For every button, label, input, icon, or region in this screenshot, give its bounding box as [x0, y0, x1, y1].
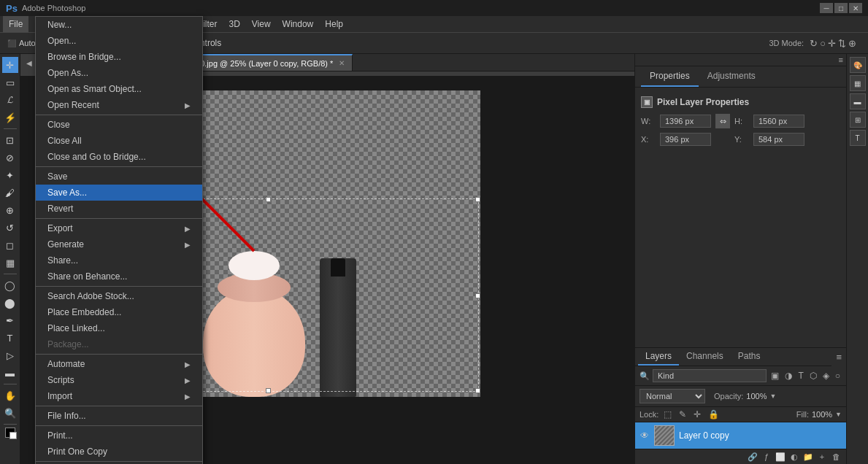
minimize-button[interactable]: ─ [820, 3, 833, 13]
add-style-icon[interactable]: ƒ [761, 451, 772, 463]
clone-tool[interactable]: ⊕ [2, 202, 18, 218]
menu-3d[interactable]: 3D [223, 16, 245, 32]
menu-open-smart[interactable]: Open as Smart Object... [36, 81, 202, 97]
menu-new[interactable]: New... [36, 17, 202, 33]
fill-value[interactable]: 100% [812, 410, 832, 419]
menu-search-stock[interactable]: Search Adobe Stock... [36, 288, 202, 304]
foreground-color[interactable] [5, 428, 15, 438]
menu-save-as[interactable]: Save As... [36, 185, 202, 201]
eyedropper-tool[interactable]: ⊘ [2, 150, 18, 166]
menu-scripts[interactable]: Scripts▶ [36, 372, 202, 388]
color-picker-btn[interactable]: 🎨 [850, 57, 866, 73]
blend-mode-select[interactable]: Normal [640, 389, 705, 403]
menu-share-behance[interactable]: Share on Behance... [36, 268, 202, 285]
opacity-value[interactable]: 100% [746, 392, 767, 401]
filter-type-icon[interactable]: T [796, 369, 804, 382]
menu-open-as[interactable]: Open As... [36, 65, 202, 81]
x-value[interactable]: 396 px [660, 133, 711, 146]
menu-close-all[interactable]: Close All [36, 133, 202, 149]
link-wh-icon[interactable]: ⇔ [715, 114, 730, 128]
new-layer-icon[interactable]: + [816, 451, 828, 463]
crop-tool[interactable]: ⊡ [2, 132, 18, 148]
layers-menu-icon[interactable]: ≡ [831, 352, 846, 363]
zoom3d-icon[interactable]: ⊕ [848, 38, 856, 49]
history-brush-tool[interactable]: ↺ [2, 220, 18, 236]
dodge-tool[interactable]: ⬤ [2, 295, 18, 311]
w-value[interactable]: 1396 px [660, 115, 711, 128]
fill-chevron[interactable]: ▼ [835, 411, 842, 418]
menu-print[interactable]: Print... [36, 428, 202, 444]
h-value[interactable]: 1560 px [753, 115, 804, 128]
opacity-chevron[interactable]: ▼ [770, 393, 777, 400]
orbit-icon[interactable]: ○ [820, 38, 826, 49]
gradient-panel-btn[interactable]: ▬ [850, 93, 866, 109]
lock-transparent-icon[interactable]: ⬚ [661, 409, 674, 420]
maximize-button[interactable]: □ [834, 3, 848, 13]
menu-import[interactable]: Import▶ [36, 388, 202, 404]
move-tool[interactable]: ✛ [2, 57, 18, 73]
swatches-btn[interactable]: ▦ [850, 75, 866, 91]
shape-tool[interactable]: ▬ [2, 365, 18, 381]
lock-image-icon[interactable]: ✎ [677, 409, 688, 420]
healing-tool[interactable]: ✦ [2, 167, 18, 183]
filter-toggle[interactable]: ○ [834, 369, 842, 382]
menu-automate[interactable]: Automate▶ [36, 356, 202, 372]
type-tool[interactable]: T [2, 330, 18, 346]
tab-properties[interactable]: Properties [641, 66, 699, 87]
tab-2-close[interactable]: ✕ [339, 59, 345, 67]
menu-close-go-bridge[interactable]: Close and Go to Bridge... [36, 149, 202, 165]
gradient-tool[interactable]: ▦ [2, 255, 18, 271]
menu-open-recent[interactable]: Open Recent▶ [36, 97, 202, 113]
filter-adjust-icon[interactable]: ◑ [783, 369, 794, 382]
layers-kind-filter[interactable]: Kind [653, 369, 767, 382]
path-select-tool[interactable]: ▷ [2, 347, 18, 363]
hand-tool[interactable]: ✋ [2, 387, 18, 403]
pan-icon[interactable]: ✛ [828, 38, 836, 49]
layer-0-copy-row[interactable]: 👁 Layer 0 copy [635, 422, 846, 449]
blur-tool[interactable]: ◯ [2, 277, 18, 293]
delete-layer-icon[interactable]: 🗑 [830, 451, 842, 463]
pen-tool[interactable]: ✒ [2, 312, 18, 328]
lock-artboard-icon[interactable]: 🔒 [706, 409, 721, 420]
tab-channels[interactable]: Channels [679, 348, 731, 366]
menu-file-info[interactable]: File Info... [36, 408, 202, 424]
menu-export[interactable]: Export▶ [36, 220, 202, 236]
menu-share[interactable]: Share... [36, 252, 202, 268]
patterns-btn[interactable]: ⊞ [850, 112, 866, 128]
type-panel-btn[interactable]: T [850, 130, 866, 146]
filter-smart-icon[interactable]: ◈ [821, 369, 831, 382]
lasso-tool[interactable]: 𝓛 [2, 92, 18, 108]
menu-window[interactable]: Window [277, 16, 320, 32]
menu-open[interactable]: Open... [36, 33, 202, 49]
menu-help[interactable]: Help [319, 16, 349, 32]
brush-tool[interactable]: 🖌 [2, 185, 18, 201]
filter-pixel-icon[interactable]: ▣ [769, 369, 780, 382]
menu-place-linked[interactable]: Place Linked... [36, 320, 202, 336]
menu-file[interactable]: File [3, 16, 28, 32]
folder-icon[interactable]: 📁 [802, 451, 814, 463]
background-color[interactable] [9, 432, 17, 439]
tab-layers[interactable]: Layers [638, 348, 679, 366]
link-layers-icon[interactable]: 🔗 [747, 451, 758, 463]
select-rect-tool[interactable]: ▭ [2, 74, 18, 90]
adjustment-layer-icon[interactable]: ◐ [788, 451, 800, 463]
lock-position-icon[interactable]: ✛ [691, 409, 703, 420]
tab-paths[interactable]: Paths [731, 348, 768, 366]
layer-visibility-toggle[interactable]: 👁 [640, 430, 650, 441]
menu-close[interactable]: Close [36, 117, 202, 133]
zoom-tool[interactable]: 🔍 [2, 405, 18, 421]
magic-wand-tool[interactable]: ⚡ [2, 109, 18, 125]
menu-generate[interactable]: Generate▶ [36, 236, 202, 252]
add-mask-icon[interactable]: ⬜ [775, 451, 786, 463]
filter-shape-icon[interactable]: ⬡ [808, 369, 818, 382]
menu-view[interactable]: View [246, 16, 277, 32]
panel-collapse-icon[interactable]: ≡ [839, 55, 843, 64]
menu-browse-bridge[interactable]: Browse in Bridge... [36, 49, 202, 65]
tab-adjustments[interactable]: Adjustments [699, 66, 764, 87]
menu-print-one[interactable]: Print One Copy [36, 444, 202, 460]
slide-icon[interactable]: ⇅ [838, 38, 846, 49]
menu-save[interactable]: Save [36, 169, 202, 185]
eraser-tool[interactable]: ◻ [2, 237, 18, 253]
close-button[interactable]: ✕ [849, 3, 862, 13]
menu-revert[interactable]: Revert [36, 201, 202, 217]
